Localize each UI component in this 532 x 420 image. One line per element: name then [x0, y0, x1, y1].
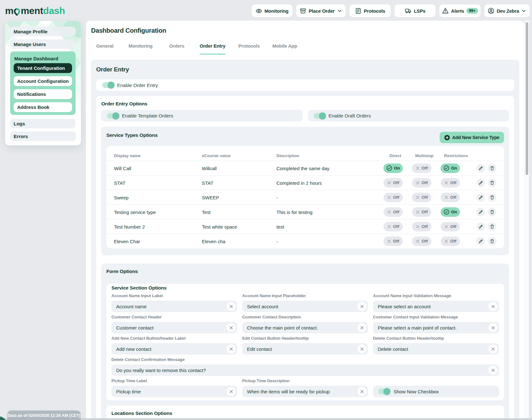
- edit-service-type-button[interactable]: [476, 164, 485, 172]
- field-customer-contact-header: Customer Contact HeaderCustomer contact: [111, 315, 237, 333]
- field-add-new-contact-button-label: Add New Contact Button/header LabelAdd n…: [111, 336, 237, 355]
- field-input[interactable]: Account name: [111, 301, 237, 312]
- delete-service-type-button[interactable]: [488, 208, 496, 216]
- enable-order-entry-toggle[interactable]: [102, 82, 114, 88]
- restrictions-status-pill[interactable]: Off: [441, 222, 460, 231]
- clear-field-button[interactable]: [489, 302, 497, 311]
- multistop-status-pill[interactable]: Off: [412, 222, 431, 231]
- clear-field-button[interactable]: [227, 302, 236, 311]
- table-header-row: Display nameeCourier valueDescriptionDir…: [106, 146, 504, 161]
- multistop-status-pill[interactable]: Off: [412, 163, 431, 173]
- show-now-checkbox-toggle[interactable]: [378, 389, 390, 394]
- cell-description: test: [276, 224, 284, 229]
- clear-field-button[interactable]: [357, 387, 366, 396]
- clear-field-button[interactable]: [489, 323, 497, 332]
- sidebar-item-logs[interactable]: Logs: [10, 119, 76, 128]
- vertical-scrollbar[interactable]: [524, 21, 529, 418]
- restrictions-status-pill[interactable]: On: [441, 163, 460, 173]
- clear-field-button[interactable]: [227, 387, 236, 396]
- edit-service-type-button[interactable]: [476, 208, 485, 216]
- field-input[interactable]: Choose the main point of contact.: [242, 322, 368, 333]
- field-input[interactable]: Customer contact: [111, 322, 237, 333]
- restrictions-status-pill[interactable]: Off: [441, 193, 460, 202]
- field-input[interactable]: Pickup time: [111, 386, 237, 397]
- clear-field-button[interactable]: [227, 344, 236, 353]
- tab-mobile-app[interactable]: Mobile App: [272, 43, 297, 54]
- restrictions-status-pill[interactable]: On: [441, 207, 460, 217]
- field-input[interactable]: Delete contact: [373, 343, 499, 355]
- archive-box-icon: [300, 8, 306, 14]
- direct-status-pill[interactable]: Off: [383, 193, 403, 202]
- edit-service-type-button[interactable]: [476, 193, 485, 202]
- sidebar-item-manage-users[interactable]: Manage Users: [10, 39, 76, 49]
- add-new-service-type-label: Add New Service Type: [452, 135, 499, 140]
- service-types-header: Service Types Options Add New Service Ty…: [106, 132, 504, 143]
- tab-monitoring[interactable]: Monitoring: [129, 43, 152, 54]
- sidebar-item-tenant-configuration[interactable]: Tenant Configuration: [14, 63, 72, 73]
- header-button-lsps[interactable]: LSPs: [395, 4, 436, 17]
- clear-field-button[interactable]: [357, 323, 366, 332]
- direct-status-pill[interactable]: Off: [383, 178, 403, 188]
- tab-general[interactable]: General: [96, 43, 113, 54]
- delete-service-type-button[interactable]: [488, 222, 496, 231]
- direct-status-pill[interactable]: Off: [383, 207, 403, 217]
- multistop-status-pill[interactable]: Off: [412, 207, 431, 217]
- field-input[interactable]: When the items will be ready for pickup: [242, 386, 368, 397]
- direct-status-pill[interactable]: Off: [383, 237, 403, 246]
- multistop-status-pill[interactable]: Off: [412, 193, 431, 202]
- document-icon: [355, 8, 362, 14]
- tab-order-entry[interactable]: Order Entry: [200, 43, 225, 55]
- sidebar-item-account-configuration[interactable]: Account Configuration: [14, 76, 72, 86]
- header-button-monitoring[interactable]: Monitoring: [252, 4, 292, 17]
- field-input[interactable]: Edit contact: [242, 343, 368, 355]
- cell-ecourier-value: Test: [202, 209, 211, 215]
- edit-service-type-button[interactable]: [476, 222, 485, 231]
- clear-field-button[interactable]: [489, 344, 497, 353]
- field-input[interactable]: Please select a main point of contact.: [373, 322, 499, 333]
- clear-x-icon: [491, 325, 495, 330]
- sidebar-item-errors[interactable]: Errors: [10, 131, 76, 141]
- field-input[interactable]: Select account: [242, 301, 368, 312]
- enable-draft-orders-toggle[interactable]: [314, 113, 325, 119]
- scrollbar-thumb[interactable]: [526, 22, 528, 175]
- delete-service-type-button[interactable]: [488, 164, 496, 172]
- tab-orders[interactable]: Orders: [169, 43, 184, 54]
- restrictions-status-pill[interactable]: Off: [441, 237, 460, 246]
- header-button-protocols[interactable]: Protocols: [349, 4, 391, 17]
- header-button-user-menu[interactable]: Dev Zebra: [484, 4, 529, 17]
- check-circle-icon: [443, 165, 449, 171]
- edit-service-type-button[interactable]: [476, 237, 485, 245]
- delete-service-type-button[interactable]: [488, 237, 496, 245]
- tab-protocols[interactable]: Protocols: [238, 43, 260, 54]
- multistop-status-pill[interactable]: Off: [412, 178, 431, 188]
- add-new-service-type-button[interactable]: Add New Service Type: [440, 132, 504, 143]
- enable-template-orders-toggle[interactable]: [107, 113, 119, 119]
- delete-service-type-button[interactable]: [488, 193, 496, 202]
- header-button-place-order[interactable]: Place Order: [296, 4, 346, 17]
- header-button-label: Alerts: [451, 8, 464, 14]
- direct-status-pill[interactable]: On: [383, 163, 403, 173]
- field-account-name-input-label: Account Name Input LabelAccount name: [111, 293, 237, 312]
- delete-service-type-button[interactable]: [488, 178, 496, 187]
- sidebar: Manage ProfileManage UsersManage Dashboa…: [5, 21, 81, 145]
- restrictions-status-pill[interactable]: Off: [441, 178, 460, 188]
- multistop-status-pill[interactable]: Off: [412, 237, 431, 246]
- clear-field-button[interactable]: [357, 344, 366, 353]
- app-logo[interactable]: m ment dash: [5, 5, 65, 17]
- sidebar-item-notifications[interactable]: Notifications: [14, 89, 72, 99]
- direct-status-pill[interactable]: Off: [383, 222, 403, 231]
- clear-field-button[interactable]: [357, 302, 366, 311]
- table-row: STATSTATCompleted in 2 hoursOffOffOff: [106, 176, 504, 190]
- field-input[interactable]: Do you really want to remove this contac…: [111, 364, 499, 376]
- header-button-alerts[interactable]: Alerts99+: [439, 4, 481, 17]
- clear-field-button[interactable]: [489, 366, 497, 375]
- clear-field-button[interactable]: [227, 323, 236, 332]
- sidebar-item-address-book[interactable]: Address Book: [14, 102, 72, 112]
- clear-x-icon: [229, 389, 234, 394]
- edit-service-type-button[interactable]: [476, 178, 485, 187]
- sidebar-item-manage-profile[interactable]: Manage Profile: [10, 27, 76, 36]
- field-label: Delete Contact Confirmation Message: [111, 357, 499, 362]
- field-input[interactable]: Please select an account: [373, 301, 499, 312]
- field-input[interactable]: Add new contact: [111, 343, 237, 355]
- form-options-title: Form Options: [106, 269, 504, 274]
